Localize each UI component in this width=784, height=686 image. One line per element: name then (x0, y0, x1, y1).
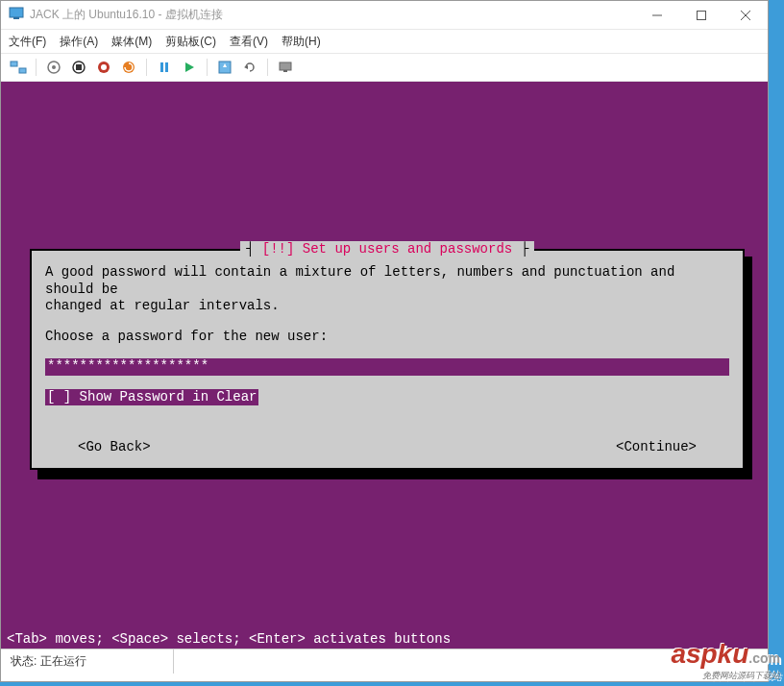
key-hint-bar: <Tab> moves; <Space> selects; <Enter> ac… (1, 629, 456, 649)
vm-connection-window: JACK 上的 Ubuntu16.10 - 虚拟机连接 文件(F) 操作(A) … (0, 0, 769, 682)
status-spacer (174, 649, 768, 674)
menu-file[interactable]: 文件(F) (9, 34, 46, 50)
dialog-nav: <Go Back> <Continue> (32, 439, 743, 454)
menu-clipboard[interactable]: 剪贴板(C) (165, 34, 216, 50)
installer-dialog: ┤ [!!] Set up users and passwords ├ A go… (30, 249, 745, 470)
svg-rect-21 (280, 62, 291, 70)
password-field-remainder: ________________________________________… (210, 358, 729, 376)
toolbar-separator (207, 59, 208, 76)
toolbar-separator (36, 59, 37, 76)
svg-rect-15 (160, 62, 163, 72)
vm-screen[interactable]: ┤ [!!] Set up users and passwords ├ A go… (1, 82, 768, 649)
enhanced-session-icon[interactable] (276, 58, 295, 77)
svg-rect-1 (13, 17, 19, 19)
window-controls (635, 1, 768, 30)
menu-media[interactable]: 媒体(M) (111, 34, 152, 50)
close-button[interactable] (723, 1, 768, 30)
window-title: JACK 上的 Ubuntu16.10 - 虚拟机连接 (30, 7, 635, 23)
menu-view[interactable]: 查看(V) (230, 34, 268, 50)
dialog-title-text: Set up users and passwords (303, 241, 512, 257)
maximize-button[interactable] (679, 1, 723, 30)
menu-action[interactable]: 操作(A) (60, 34, 98, 50)
svg-rect-22 (283, 70, 287, 72)
svg-rect-0 (10, 8, 23, 17)
toolbar (1, 53, 768, 82)
app-icon (9, 6, 24, 24)
dialog-title: ┤ [!!] Set up users and passwords ├ (240, 241, 534, 257)
checkpoint-icon[interactable] (215, 58, 234, 77)
play-icon[interactable] (180, 58, 199, 77)
password-input[interactable]: ******************** ___________________… (45, 358, 729, 376)
dialog-text-line1: A good password will contain a mixture o… (45, 264, 729, 298)
menubar: 文件(F) 操作(A) 媒体(M) 剪贴板(C) 查看(V) 帮助(H) (1, 30, 768, 53)
titlebar: JACK 上的 Ubuntu16.10 - 虚拟机连接 (1, 1, 768, 30)
svg-point-13 (101, 64, 107, 70)
reset-icon[interactable] (119, 58, 138, 77)
dialog-text-line2: changed at regular intervals. (45, 298, 729, 315)
go-back-button[interactable]: <Go Back> (78, 439, 151, 454)
status-label: 状态: 正在运行 (1, 649, 174, 674)
continue-button[interactable]: <Continue> (616, 439, 697, 454)
show-password-checkbox[interactable]: [ ] Show Password in Clear (45, 389, 258, 406)
svg-rect-16 (165, 62, 168, 72)
ctrl-alt-del-icon[interactable] (9, 58, 28, 77)
svg-rect-3 (698, 11, 706, 19)
menu-help[interactable]: 帮助(H) (282, 34, 321, 50)
turnoff-icon[interactable] (69, 58, 88, 77)
toolbar-separator (146, 59, 147, 76)
password-mask: ******************** (45, 358, 210, 376)
svg-rect-11 (76, 64, 82, 70)
revert-icon[interactable] (240, 58, 259, 77)
pause-icon[interactable] (155, 58, 174, 77)
svg-rect-6 (11, 61, 17, 66)
statusbar: 状态: 正在运行 (1, 649, 768, 674)
minimize-button[interactable] (635, 1, 679, 30)
svg-rect-7 (19, 68, 26, 73)
password-prompt: Choose a password for the new user: (45, 329, 729, 346)
svg-marker-17 (185, 62, 194, 72)
start-icon[interactable] (44, 58, 63, 77)
toolbar-separator (267, 59, 268, 76)
dialog-body: A good password will contain a mixture o… (32, 251, 743, 405)
svg-point-9 (52, 65, 56, 69)
shutdown-icon[interactable] (94, 58, 113, 77)
